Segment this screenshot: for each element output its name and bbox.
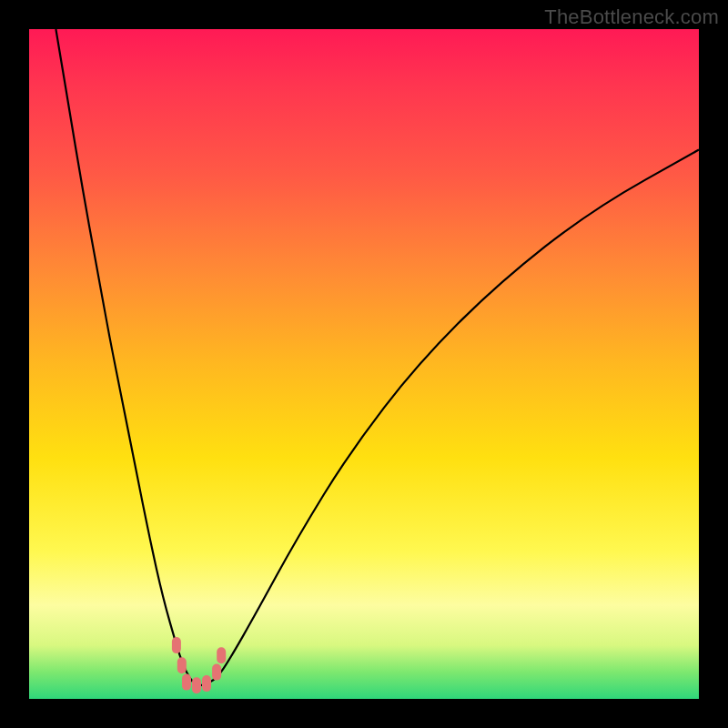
watermark-text: TheBottleneck.com xyxy=(544,5,719,29)
trough-marker xyxy=(202,675,211,692)
bottleneck-curve xyxy=(56,29,699,685)
trough-marker xyxy=(182,674,191,691)
bottleneck-curve-svg xyxy=(29,29,699,699)
trough-marker xyxy=(172,637,181,653)
plot-area xyxy=(29,29,699,699)
trough-marker xyxy=(177,657,187,673)
chart-frame: TheBottleneck.com xyxy=(0,0,728,728)
trough-marker xyxy=(212,664,221,681)
trough-marker xyxy=(192,677,201,693)
trough-markers xyxy=(172,637,226,693)
trough-marker xyxy=(217,647,226,663)
